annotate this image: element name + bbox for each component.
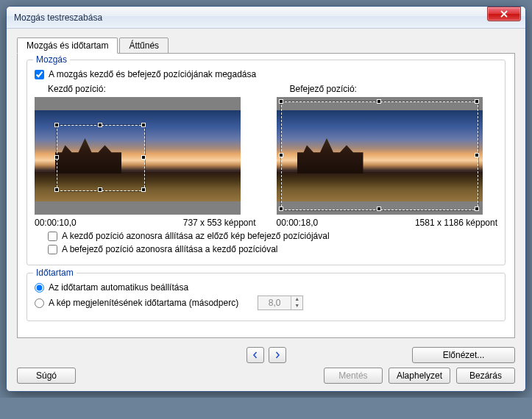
end-position-label: Befejező pozíció:	[277, 84, 498, 94]
specify-positions-checkbox[interactable]	[35, 70, 44, 79]
positions-row: Kezdő pozíció: 00:00:10,0	[35, 84, 497, 228]
tab-panel-motion: Mozgás A mozgás kezdő és befejező pozíci…	[17, 53, 515, 338]
close-window-button[interactable]	[487, 7, 521, 21]
end-dimensions: 1581 x 1186 képpont	[415, 218, 497, 228]
duration-manual-label: A kép megjelenítésének időtartama (másod…	[49, 298, 238, 308]
nav-row: Előnézet...	[17, 347, 515, 363]
start-dimensions: 737 x 553 képpont	[183, 218, 256, 228]
duration-input[interactable]	[258, 296, 291, 309]
start-position-column: Kezdő pozíció: 00:00:10,0	[35, 84, 256, 228]
save-button[interactable]: Mentés	[324, 368, 383, 384]
start-info: 00:00:10,0 737 x 553 képpont	[35, 218, 256, 228]
same-as-prev-checkbox[interactable]	[48, 232, 57, 241]
duration-auto-row[interactable]: Az időtartam automatikus beállítása	[35, 282, 497, 293]
duration-manual-radio[interactable]	[35, 298, 44, 308]
same-as-start-checkbox[interactable]	[48, 245, 57, 254]
duration-manual-row[interactable]: A kép megjelenítésének időtartama (másod…	[35, 296, 497, 310]
same-as-start-label: A befejező pozíció azonosra állítása a k…	[62, 244, 278, 254]
duration-auto-radio[interactable]	[35, 283, 44, 293]
same-as-prev-row[interactable]: A kezdő pozíció azonosra állítása az elő…	[48, 231, 497, 241]
same-as-prev-label: A kezdő pozíció azonosra állítása az elő…	[62, 231, 330, 241]
duration-legend: Időtartam	[33, 268, 77, 278]
start-position-preview[interactable]	[35, 97, 241, 215]
duration-group: Időtartam Az időtartam automatikus beáll…	[26, 273, 506, 321]
dialog-body: Mozgás és időtartam Áttűnés Mozgás A moz…	[7, 29, 525, 391]
tab-motion[interactable]: Mozgás és időtartam	[17, 37, 118, 54]
preview-button[interactable]: Előnézet...	[412, 347, 515, 363]
end-info: 00:00:18,0 1581 x 1186 képpont	[277, 218, 498, 228]
tab-bar: Mozgás és időtartam Áttűnés	[17, 37, 515, 54]
end-selection-box[interactable]	[281, 101, 478, 210]
start-time: 00:00:10,0	[35, 218, 77, 228]
duration-auto-label: Az időtartam automatikus beállítása	[49, 282, 188, 293]
same-as-start-row[interactable]: A befejező pozíció azonosra állítása a k…	[48, 244, 497, 254]
titlebar: Mozgás testreszabása	[7, 7, 525, 29]
motion-group: Mozgás A mozgás kezdő és befejező pozíci…	[26, 60, 506, 265]
close-button[interactable]: Bezárás	[456, 368, 515, 384]
start-position-label: Kezdő pozíció:	[35, 84, 256, 94]
window-title: Mozgás testreszabása	[14, 12, 487, 23]
tab-transition[interactable]: Áttűnés	[119, 37, 169, 54]
close-icon	[500, 10, 508, 18]
prev-button[interactable]	[247, 347, 264, 363]
chevron-left-icon	[252, 351, 259, 359]
help-button[interactable]: Súgó	[17, 368, 76, 384]
end-time: 00:00:18,0	[277, 218, 319, 228]
motion-legend: Mozgás	[33, 54, 70, 65]
end-position-preview[interactable]	[277, 97, 483, 215]
spinner-up-icon[interactable]: ▲	[291, 296, 302, 303]
start-selection-box[interactable]	[57, 125, 145, 191]
dialog-window: Mozgás testreszabása Mozgás és időtartam…	[6, 6, 526, 392]
bottom-button-row: Súgó Mentés Alaphelyzet Bezárás	[17, 368, 515, 384]
duration-spinner[interactable]: ▲▼	[258, 296, 303, 310]
end-position-column: Befejező pozíció: 00:00:18,0	[277, 84, 498, 228]
specify-positions-row[interactable]: A mozgás kezdő és befejező pozíciójának …	[35, 69, 497, 79]
specify-positions-label: A mozgás kezdő és befejező pozíciójának …	[49, 69, 256, 79]
spinner-down-icon[interactable]: ▼	[291, 303, 302, 309]
reset-button[interactable]: Alaphelyzet	[389, 368, 450, 384]
next-button[interactable]	[269, 347, 286, 363]
chevron-right-icon	[274, 351, 281, 359]
